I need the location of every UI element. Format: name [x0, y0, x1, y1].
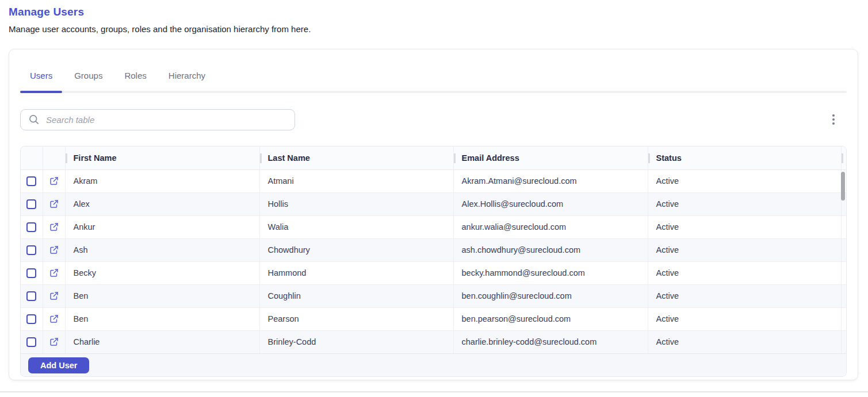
search-icon — [28, 114, 40, 125]
cell-status: Active — [648, 307, 841, 330]
row-select-cell — [21, 238, 43, 261]
external-link-icon[interactable] — [49, 199, 59, 209]
cell-last-name: Atmani — [259, 169, 453, 192]
cell-scroll-gutter — [841, 284, 846, 307]
column-resize-handle[interactable] — [842, 153, 843, 163]
row-open-cell — [43, 192, 65, 215]
external-link-icon[interactable] — [49, 314, 59, 324]
cell-status: Active — [648, 238, 841, 261]
external-link-icon[interactable] — [49, 337, 59, 347]
row-open-cell — [43, 215, 65, 238]
cell-scroll-gutter — [841, 307, 846, 330]
cell-last-name: Brinley-Codd — [259, 330, 453, 353]
tab-users[interactable]: Users — [20, 66, 62, 93]
cell-scroll-gutter — [841, 215, 846, 238]
cell-last-name: Coughlin — [259, 284, 453, 307]
table-row[interactable]: Akram Atmani Akram.Atmani@surecloud.com … — [21, 169, 846, 192]
tab-roles[interactable]: Roles — [114, 66, 156, 93]
row-checkbox[interactable] — [26, 314, 36, 324]
cell-scroll-gutter — [841, 261, 846, 284]
tab-track — [20, 91, 847, 93]
cell-email: ben.pearson@surecloud.com — [453, 307, 648, 330]
manage-users-card: Users Groups Roles Hierarchy — [9, 49, 858, 380]
cell-last-name: Hollis — [259, 192, 453, 215]
tab-bar: Users Groups Roles Hierarchy — [20, 66, 847, 93]
cell-status: Active — [648, 284, 841, 307]
row-select-cell — [21, 307, 43, 330]
search-input[interactable] — [45, 114, 287, 125]
external-link-icon[interactable] — [49, 291, 59, 301]
cell-status: Active — [648, 330, 841, 353]
external-link-icon[interactable] — [49, 245, 59, 255]
row-select-cell — [21, 169, 43, 192]
table-row[interactable]: Ash Chowdhury ash.chowdhury@surecloud.co… — [21, 238, 846, 261]
row-select-cell — [21, 192, 43, 215]
row-checkbox[interactable] — [26, 268, 36, 278]
external-link-icon[interactable] — [49, 222, 59, 232]
row-checkbox[interactable] — [26, 337, 36, 347]
cell-first-name: Alex — [65, 192, 259, 215]
cell-first-name: Ankur — [65, 215, 259, 238]
header-status[interactable]: Status — [648, 147, 841, 169]
cell-status: Active — [648, 215, 841, 238]
cell-email: ash.chowdhury@surecloud.com — [453, 238, 648, 261]
cell-first-name: Akram — [65, 169, 259, 192]
cell-scroll-gutter — [841, 330, 846, 353]
row-select-cell — [21, 330, 43, 353]
row-checkbox[interactable] — [26, 245, 36, 255]
cell-scroll-gutter — [841, 238, 846, 261]
cell-email: ankur.walia@surecloud.com — [453, 215, 648, 238]
cell-email: Alex.Hollis@surecloud.com — [453, 192, 648, 215]
cell-first-name: Becky — [65, 261, 259, 284]
column-resize-handle[interactable] — [260, 153, 262, 163]
cell-email: ben.coughlin@surecloud.com — [453, 284, 648, 307]
cell-status: Active — [648, 261, 841, 284]
table-row[interactable]: Alex Hollis Alex.Hollis@surecloud.com Ac… — [21, 192, 846, 215]
header-open-column — [43, 147, 65, 169]
page-subtitle: Manage user accounts, groups, roles and … — [9, 24, 311, 34]
cell-first-name: Ben — [65, 284, 259, 307]
header-last-name[interactable]: Last Name — [259, 147, 453, 169]
table-row[interactable]: Becky Hammond becky.hammond@surecloud.co… — [21, 261, 846, 284]
row-open-cell — [43, 307, 65, 330]
external-link-icon[interactable] — [49, 268, 59, 278]
column-resize-handle[interactable] — [648, 153, 650, 163]
external-link-icon[interactable] — [49, 176, 59, 186]
cell-last-name: Chowdhury — [259, 238, 453, 261]
add-user-button[interactable]: Add User — [28, 357, 89, 373]
table-row[interactable]: Ben Pearson ben.pearson@surecloud.com Ac… — [21, 307, 846, 330]
cell-last-name: Pearson — [259, 307, 453, 330]
page-bottom-divider — [0, 391, 868, 392]
kebab-menu-icon[interactable] — [827, 113, 840, 126]
search-box[interactable] — [20, 109, 295, 130]
tab-hierarchy[interactable]: Hierarchy — [159, 66, 215, 93]
row-open-cell — [43, 169, 65, 192]
row-checkbox[interactable] — [26, 222, 36, 232]
users-table: First Name Last Name Email Address Statu… — [20, 146, 847, 377]
table-row[interactable]: Ankur Walia ankur.walia@surecloud.com Ac… — [21, 215, 846, 238]
cell-last-name: Walia — [259, 215, 453, 238]
row-open-cell — [43, 238, 65, 261]
header-first-name[interactable]: First Name — [65, 147, 259, 169]
cell-first-name: Charlie — [65, 330, 259, 353]
table-footer: Add User — [21, 353, 846, 376]
row-checkbox[interactable] — [26, 176, 36, 186]
table-row[interactable]: Charlie Brinley-Codd charlie.brinley-cod… — [21, 330, 846, 353]
table-body: Akram Atmani Akram.Atmani@surecloud.com … — [21, 169, 846, 353]
row-checkbox[interactable] — [26, 199, 36, 209]
column-resize-handle[interactable] — [454, 153, 456, 163]
column-resize-handle[interactable] — [66, 153, 67, 163]
vertical-scrollbar[interactable] — [841, 172, 845, 201]
cell-email: charlie.brinley-codd@surecloud.com — [453, 330, 648, 353]
cell-first-name: Ash — [65, 238, 259, 261]
cell-status: Active — [648, 169, 841, 192]
row-checkbox[interactable] — [26, 291, 36, 301]
cell-first-name: Ben — [65, 307, 259, 330]
header-email-address[interactable]: Email Address — [453, 147, 648, 169]
row-open-cell — [43, 284, 65, 307]
tab-groups[interactable]: Groups — [64, 66, 112, 93]
cell-status: Active — [648, 192, 841, 215]
table-row[interactable]: Ben Coughlin ben.coughlin@surecloud.com … — [21, 284, 846, 307]
row-select-cell — [21, 215, 43, 238]
row-select-cell — [21, 284, 43, 307]
